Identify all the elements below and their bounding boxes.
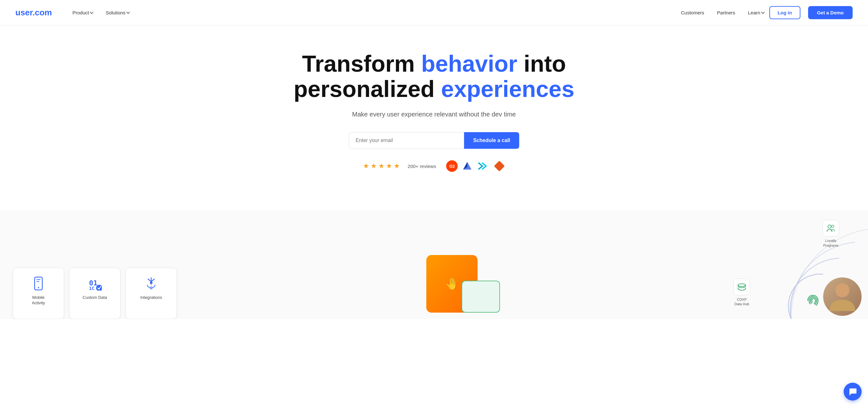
nav-item-product[interactable]: Product [67,7,98,18]
loyalty-icon-wrap [823,220,839,236]
capterra-icon [462,161,473,171]
nav-links: Product Solutions [67,7,676,18]
nav-item-partners[interactable]: Partners [712,7,741,18]
svg-point-14 [150,287,152,289]
hero-subtitle: Make every user experience relevant with… [16,111,852,118]
getapp-icon [477,160,490,172]
product-chevron-icon [90,10,93,14]
schedule-call-button[interactable]: Schedule a call [464,132,519,149]
hero-title: Transform behavior into personalized exp… [290,51,578,102]
login-button[interactable]: Log in [769,6,800,19]
person-photo [823,277,862,316]
hero-title-experiences: experiences [441,76,574,102]
svg-text:1C: 1C [89,286,94,291]
nav-item-learn[interactable]: Learn [743,7,769,18]
mobile-icon [31,276,46,291]
hero-form: Schedule a call [16,132,852,149]
star-3: ★ [378,162,385,170]
svg-point-19 [835,283,849,297]
fingerprint-svg [805,293,820,308]
learn-label: Learn [748,10,760,15]
star-rating: ★ ★ ★ ★ ★ [363,162,400,170]
hero-section: Transform behavior into personalized exp… [0,26,868,210]
solutions-label: Solutions [106,10,126,15]
reviews-count: 200+ reviews [408,164,436,169]
cdxp-icon [737,282,747,292]
nav-center: Customers Partners Learn [676,7,769,18]
feature-card-data: 01 1C Custom Data [69,268,120,319]
fingerprint-icon [805,293,820,309]
learn-chevron-icon [761,10,765,14]
capterra-badge [462,160,473,172]
svg-point-17 [828,225,831,228]
solutions-chevron-icon [126,10,130,14]
navbar: user.com Product Solutions Customers Par… [0,0,868,26]
loyalty-icon [826,223,836,233]
reviews-section: ★ ★ ★ ★ ★ 200+ reviews G2 [16,160,852,172]
svg-point-18 [832,225,834,228]
svg-line-12 [151,279,154,281]
hero-title-into: into [517,51,566,76]
star-5-half: ★ [394,162,400,170]
nav-item-customers[interactable]: Customers [676,7,709,18]
integration-icon [144,276,159,291]
svg-line-11 [148,279,151,281]
mobile-label: MobileActivity [32,295,45,306]
star-1: ★ [363,162,369,170]
nav-item-solutions[interactable]: Solutions [100,7,134,18]
review-badges: G2 [446,160,505,172]
logo[interactable]: user.com [16,8,52,18]
right-diagram: CDXPData Hub LoyaltyPrograms [714,210,868,319]
custom-data-label: Custom Data [83,295,107,300]
loyalty-card: LoyaltyPrograms [823,220,839,248]
cursor-hand-icon: 🤚 [445,277,459,291]
star-4: ★ [386,162,392,170]
svg-point-16 [738,284,746,286]
logo-text: user.com [16,8,52,17]
cdxp-label: CDXPData Hub [735,297,749,307]
feature-cards: MobileActivity 01 1C Custom Data [13,268,177,319]
customers-label: Customers [681,10,704,15]
person-silhouette [826,279,858,314]
hero-title-personalized: personalized [294,76,441,102]
g2-badge: G2 [446,160,458,172]
get-demo-button[interactable]: Get a Demo [808,6,852,19]
product-label: Product [72,10,89,15]
sourceforge-icon [494,160,505,172]
sourceforge-badge [494,160,505,172]
nav-right: Log in Get a Demo [769,6,852,19]
data-icon: 01 1C [87,276,102,291]
hero-title-transform: Transform [302,51,421,76]
loyalty-label: LoyaltyPrograms [823,238,839,248]
hero-title-behavior: behavior [421,51,517,76]
partners-label: Partners [717,10,735,15]
cdxp-icon-wrap [734,279,750,295]
svg-rect-2 [494,161,505,171]
cdxp-card: CDXPData Hub [734,279,750,307]
feature-card-mobile: MobileActivity [13,268,64,319]
integrations-label: Integrations [140,295,162,300]
bottom-section: MobileActivity 01 1C Custom Data [0,210,868,319]
getapp-badge [477,160,490,172]
email-input[interactable] [349,132,464,149]
star-2: ★ [371,162,377,170]
feature-card-integrations: Integrations [126,268,177,319]
green-card [462,281,500,313]
g2-label: G2 [450,164,455,169]
svg-point-6 [38,287,39,288]
center-dashboard: 🤚 [190,210,714,319]
